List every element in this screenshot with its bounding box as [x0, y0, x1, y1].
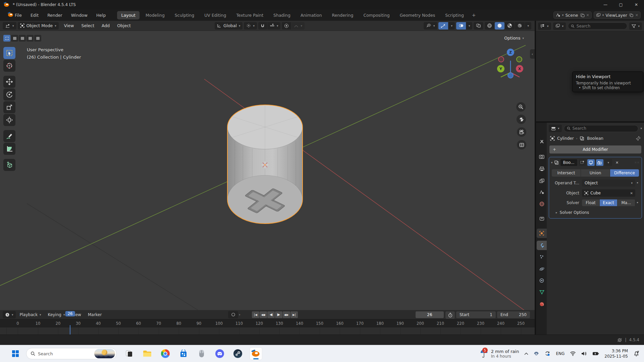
previous-keyframe-button[interactable]: ◀◆ — [260, 311, 267, 318]
modifier-extras-dropdown[interactable]: ▾ — [605, 159, 612, 166]
proportional-edit-toggle[interactable] — [282, 22, 291, 29]
battery-icon[interactable] — [592, 352, 599, 356]
viewport-3d[interactable]: ▾ Object Mode ▾ View Select Add Object G… — [0, 21, 535, 310]
do-not-disturb-bell-icon[interactable] — [633, 351, 639, 357]
select-mode-extend[interactable] — [11, 35, 18, 42]
menu-window[interactable]: Window — [71, 13, 88, 18]
gizmo-negative-x-axis[interactable] — [498, 56, 504, 62]
shading-material-button[interactable] — [505, 22, 515, 29]
weather-widget[interactable]: 5 2 mm of rain In 4 hours — [480, 349, 519, 359]
rotate-tool[interactable] — [3, 88, 15, 101]
pin-icon[interactable] — [636, 136, 641, 141]
unlink-scene-icon[interactable]: ✕ — [586, 13, 589, 17]
tab-particles[interactable] — [537, 252, 547, 261]
annotate-tool[interactable] — [3, 130, 15, 142]
search-highlight-image[interactable] — [94, 349, 115, 358]
shading-wireframe-button[interactable] — [485, 22, 494, 29]
file-explorer-icon[interactable] — [141, 347, 154, 360]
marker-menu[interactable]: Marker — [85, 311, 104, 318]
taskbar-search-input[interactable] — [38, 351, 82, 356]
tab-layout[interactable]: Layout — [117, 11, 140, 19]
tab-collection-props[interactable] — [537, 214, 547, 223]
add-modifier-button[interactable]: + Add Modifier — [549, 145, 641, 154]
playhead[interactable] — [70, 325, 70, 335]
outliner-editor-type-button[interactable]: ▾ — [538, 22, 551, 30]
current-frame-badge[interactable]: 26 — [65, 311, 75, 316]
copy-viewlayer-icon[interactable] — [629, 13, 634, 17]
start-button[interactable] — [9, 348, 21, 360]
cursor-tool[interactable] — [3, 60, 15, 72]
tab-view-layer[interactable] — [537, 176, 547, 185]
outliner-search-input[interactable] — [577, 24, 625, 28]
snap-toggle[interactable] — [258, 22, 267, 29]
select-mode-intersect[interactable] — [34, 35, 41, 42]
gizmos-dropdown[interactable]: ▾ — [448, 22, 455, 29]
viewport-menu-add[interactable]: Add — [102, 23, 110, 28]
menu-edit[interactable]: Edit — [31, 13, 39, 18]
jump-to-start-button[interactable]: |◀ — [252, 311, 259, 318]
properties-display-button[interactable]: ▾ — [549, 125, 562, 132]
menu-file[interactable]: File — [15, 13, 22, 18]
tab-tool[interactable] — [537, 137, 547, 146]
tab-physics[interactable] — [537, 264, 547, 274]
animate-property-dot[interactable]: • — [635, 181, 640, 185]
solver-manifold[interactable]: Ma... — [618, 199, 635, 206]
viewport-menu-view[interactable]: View — [64, 23, 74, 28]
timeline-track[interactable] — [0, 327, 535, 335]
tab-object-data[interactable] — [537, 287, 547, 297]
outliner-filter-button[interactable]: ▾ — [629, 22, 642, 30]
tab-sculpting[interactable]: Sculpting — [171, 11, 198, 19]
edit-mode-toggle[interactable] — [579, 159, 586, 166]
editor-type-button[interactable]: ▾ — [3, 22, 16, 29]
perspective-toggle-button[interactable] — [517, 140, 526, 149]
maximize-button[interactable]: ▢ — [613, 0, 629, 9]
modifier-name-field[interactable]: Boo... — [560, 159, 577, 166]
tab-constraints[interactable] — [537, 276, 547, 285]
shading-dropdown[interactable]: ▾ — [525, 22, 531, 29]
taskbar-clock[interactable]: 3:36 PM 2025-11-05 — [604, 348, 628, 359]
zoom-button[interactable] — [516, 102, 526, 112]
operation-difference[interactable]: Difference — [610, 169, 639, 177]
outliner-display-mode-button[interactable]: ▾ — [553, 22, 566, 30]
gizmo-negative-y-axis[interactable] — [516, 56, 522, 62]
tab-scripting[interactable]: Scripting — [441, 11, 468, 19]
delete-modifier-button[interactable]: ✕ — [613, 159, 621, 166]
task-view-button[interactable] — [123, 347, 136, 360]
tab-scene[interactable] — [537, 187, 547, 197]
microsoft-store-icon[interactable] — [177, 347, 190, 360]
auto-keying-dropdown[interactable]: ▾ — [239, 313, 240, 316]
steam-icon[interactable] — [231, 347, 244, 360]
object-picker-field[interactable]: Cube ✕ — [582, 189, 635, 197]
minimize-button[interactable]: — — [598, 0, 613, 9]
tab-object[interactable] — [537, 229, 547, 238]
add-cube-tool[interactable] — [3, 159, 15, 171]
tab-modifiers[interactable] — [537, 241, 547, 250]
sidebar-collapse-handle[interactable]: ‹ — [530, 49, 535, 59]
operation-union[interactable]: Union — [581, 169, 610, 177]
properties-options-chevron[interactable]: ▾ — [640, 127, 642, 130]
add-workspace-button[interactable]: + — [470, 12, 478, 18]
scale-tool[interactable] — [3, 101, 15, 113]
keying-menu[interactable]: Keying▾ — [45, 311, 68, 318]
snap-settings-dropdown[interactable]: ▾ — [267, 22, 281, 29]
play-button[interactable]: ▶ — [275, 311, 282, 318]
shading-solid-button[interactable] — [495, 22, 504, 29]
proportional-falloff-dropdown[interactable]: ▾ — [291, 22, 305, 29]
current-frame-field[interactable]: 26 — [416, 311, 444, 318]
select-mode-set[interactable] — [3, 35, 10, 42]
tab-geometry-nodes[interactable]: Geometry Nodes — [396, 11, 439, 19]
solver-float[interactable]: Float — [582, 199, 600, 206]
tab-output[interactable] — [537, 164, 547, 174]
tray-device-icon[interactable] — [534, 351, 539, 356]
tab-rendering[interactable]: Rendering — [328, 11, 358, 19]
solver-options-expander[interactable]: ▸ Solver Options — [556, 210, 640, 215]
clear-object-icon[interactable]: ✕ — [630, 191, 633, 195]
gizmo-y-axis[interactable]: Y — [497, 65, 504, 72]
gizmos-toggle[interactable] — [438, 22, 448, 29]
use-preview-range-button[interactable] — [445, 311, 455, 319]
mode-dropdown[interactable]: Object Mode ▾ — [18, 22, 59, 29]
gizmo-x-axis[interactable]: X — [516, 65, 523, 72]
tab-render[interactable] — [537, 152, 547, 161]
show-object-types-button[interactable]: ▾ — [424, 22, 437, 29]
menu-help[interactable]: Help — [96, 13, 106, 18]
